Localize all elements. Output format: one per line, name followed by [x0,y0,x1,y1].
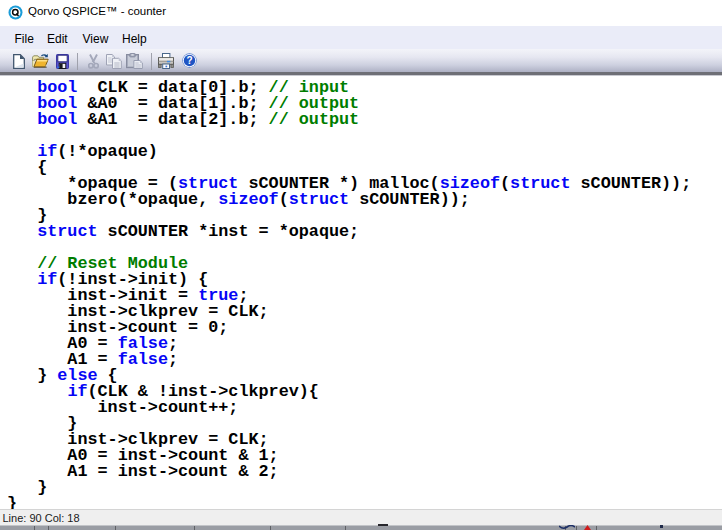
svg-text:?: ? [186,55,192,66]
